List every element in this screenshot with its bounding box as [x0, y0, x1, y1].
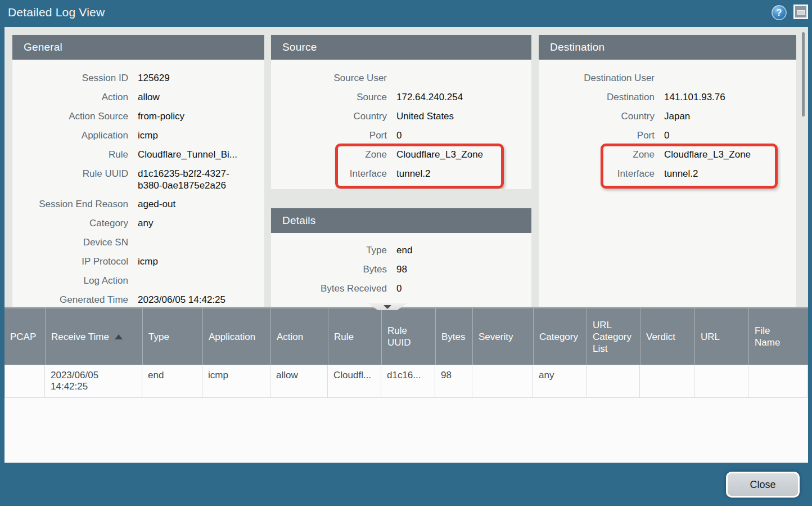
general-panel-body: Session ID125629 Actionallow Action Sour…: [12, 60, 264, 307]
col-header-verdict[interactable]: Verdict: [640, 308, 694, 365]
col-header-bytes[interactable]: Bytes: [435, 308, 472, 365]
cell-rule: Cloudfl...: [328, 365, 381, 398]
col-header-label: Action: [277, 331, 303, 343]
field-label: Source: [271, 88, 387, 107]
field-row-bytes: Bytes98: [271, 260, 531, 279]
cell-action: allow: [270, 365, 328, 398]
cell-category: any: [533, 365, 587, 398]
field-label: Source User: [271, 69, 387, 88]
help-icon[interactable]: ?: [772, 5, 787, 20]
col-header-action[interactable]: Action: [270, 308, 328, 365]
field-row-session-id: Session ID125629: [12, 69, 264, 88]
field-label: Action: [12, 88, 128, 107]
field-label: Rule: [12, 145, 128, 164]
col-header-label: Severity: [479, 331, 513, 343]
field-label: Session End Reason: [12, 195, 128, 214]
field-value: 172.64.240.254: [396, 88, 463, 107]
field-row-destination: Destination141.101.93.76: [539, 88, 796, 107]
field-label: Zone: [539, 145, 655, 164]
col-header-label: Category: [539, 331, 578, 343]
col-header-url[interactable]: URL: [694, 308, 748, 365]
field-label: Destination: [539, 88, 655, 107]
field-value: end: [396, 241, 412, 260]
field-label: Bytes Received: [271, 279, 387, 298]
col-header-application[interactable]: Application: [202, 308, 270, 365]
field-value: icmp: [138, 126, 158, 145]
field-label: Type: [271, 241, 387, 260]
field-row-rule-uuid: Rule UUIDd1c16235-b2f2-4327-b380-0ae1875…: [12, 164, 264, 195]
col-header-rule-uuid[interactable]: Rule UUID: [381, 308, 435, 365]
field-label: Log Action: [12, 271, 128, 290]
col-header-rule[interactable]: Rule: [328, 308, 381, 365]
col-header-label: PCAP: [10, 331, 36, 343]
source-panel: Source Source User Source172.64.240.254 …: [271, 35, 531, 189]
field-value: 125629: [138, 69, 170, 88]
field-value: any: [138, 214, 153, 233]
field-value: tunnel.2: [664, 164, 698, 183]
field-value: d1c16235-b2f2-4327-b380-0ae1875e2a26: [138, 168, 242, 191]
field-value: 141.101.93.76: [664, 88, 725, 107]
page-title: Detailed Log View: [8, 6, 105, 19]
field-label: Port: [539, 126, 655, 145]
details-panel-body: Typeend Bytes98 Bytes Received0: [271, 233, 531, 298]
field-label: Rule UUID: [12, 168, 128, 191]
detailed-log-view-dialog: Detailed Log View ? General Session ID12…: [0, 0, 812, 506]
field-value: United States: [396, 107, 454, 126]
field-value: icmp: [138, 252, 158, 271]
col-header-url-category-list[interactable]: URL Category List: [587, 308, 640, 365]
details-panel-title: Details: [271, 208, 531, 233]
field-label: Interface: [271, 164, 387, 183]
cell-pcap: [4, 365, 45, 398]
col-header-label: Application: [209, 331, 255, 343]
maximize-window-icon[interactable]: [793, 5, 808, 19]
cell-file-name: [748, 365, 808, 398]
field-row-session-end-reason: Session End Reasonaged-out: [12, 195, 264, 214]
col-header-label: Type: [148, 331, 169, 343]
field-row-generated-time: Generated Time2023/06/05 14:42:25: [12, 290, 264, 307]
field-row-bytes-received: Bytes Received0: [271, 279, 531, 298]
col-header-file-name[interactable]: File Name: [748, 308, 808, 365]
field-row-port: Port0: [271, 126, 531, 145]
col-header-receive-time[interactable]: Receive Time: [45, 308, 142, 365]
field-label: IP Protocol: [12, 252, 128, 271]
col-header-type[interactable]: Type: [142, 308, 202, 365]
field-value: from-policy: [138, 107, 184, 126]
col-header-label: URL: [701, 331, 720, 343]
cell-bytes: 98: [435, 365, 472, 398]
field-row-category: Categoryany: [12, 214, 264, 233]
col-header-severity[interactable]: Severity: [472, 308, 533, 365]
field-value: Japan: [664, 107, 690, 126]
field-label: Destination User: [539, 69, 655, 88]
cell-type: end: [142, 365, 202, 398]
close-button[interactable]: Close: [726, 472, 800, 498]
vertical-scrollbar-thumb[interactable]: [802, 32, 805, 117]
field-label: Country: [539, 107, 655, 126]
col-header-category[interactable]: Category: [533, 308, 587, 365]
field-value: aged-out: [138, 195, 175, 214]
sort-ascending-icon: [115, 334, 123, 339]
field-label: Bytes: [271, 260, 387, 279]
log-table-row[interactable]: 2023/06/05 14:42:25 end icmp allow Cloud…: [4, 365, 808, 398]
col-header-label: File Name: [755, 325, 783, 348]
col-header-pcap[interactable]: PCAP: [4, 308, 45, 365]
field-row-action-source: Action Sourcefrom-policy: [12, 107, 264, 126]
destination-panel: Destination Destination User Destination…: [539, 35, 796, 307]
cell-severity: [472, 365, 533, 398]
field-value: Cloudflare_Tunnel_Bi...: [138, 145, 237, 164]
log-detail-panels-area: General Session ID125629 Actionallow Act…: [4, 27, 808, 307]
source-panel-title: Source: [271, 35, 531, 60]
field-value: 0: [396, 126, 402, 145]
log-table-section: PCAP Receive Time Type Application Actio…: [4, 307, 808, 463]
close-button-label: Close: [750, 479, 775, 491]
help-glyph: ?: [777, 8, 782, 18]
cell-receive-time: 2023/06/05 14:42:25: [45, 365, 142, 398]
destination-panel-body: Destination User Destination141.101.93.7…: [539, 60, 796, 183]
field-label: Category: [12, 214, 128, 233]
field-label: Generated Time: [12, 290, 128, 307]
cell-url: [694, 365, 748, 398]
field-row-source-user: Source User: [271, 69, 531, 88]
field-row-ip-protocol: IP Protocolicmp: [12, 252, 264, 271]
field-label: Device SN: [12, 233, 128, 252]
titlebar: Detailed Log View ?: [0, 0, 812, 27]
general-panel: General Session ID125629 Actionallow Act…: [12, 35, 264, 307]
